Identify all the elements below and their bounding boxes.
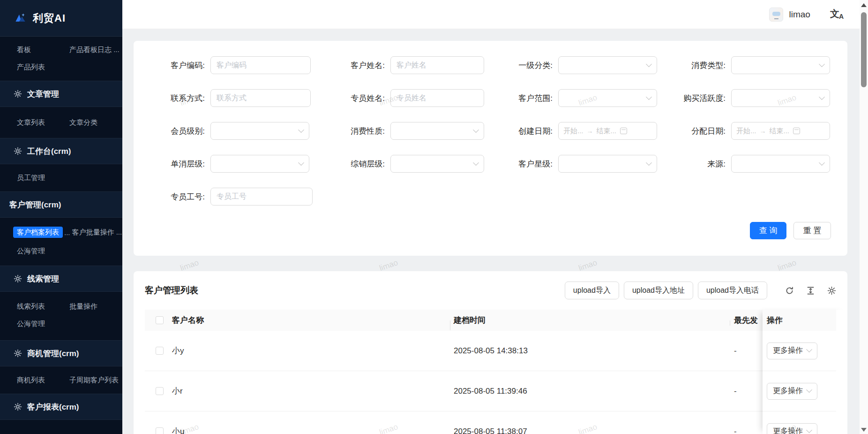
customer-code-input[interactable] xyxy=(210,56,311,74)
more-actions-button[interactable]: 更多操作 xyxy=(767,383,817,400)
gear-icon xyxy=(14,403,22,411)
table-row: 小r 2025-08-05 11:39:46 - xyxy=(145,371,836,411)
chevron-down-icon xyxy=(806,346,812,352)
customer-name-cell: 小y xyxy=(167,345,450,356)
customer-name-input[interactable] xyxy=(390,56,484,74)
app-logo-icon xyxy=(14,12,27,24)
level1-category-select[interactable] xyxy=(558,56,657,74)
more-actions-label: 更多操作 xyxy=(773,346,803,356)
consume-nature-select[interactable] xyxy=(390,122,484,140)
sidebar-section-business[interactable]: 商机管理(crm) xyxy=(0,340,122,366)
sidebar-item-lead-list[interactable]: 线索列表 xyxy=(17,297,69,315)
sidebar-group-article: 文章列表 文章分类 xyxy=(0,107,122,138)
upload-import-address-button[interactable]: upload导入地址 xyxy=(624,282,693,299)
sidebar-section-report[interactable]: 客户报表(crm) xyxy=(0,394,122,420)
chevron-down-icon xyxy=(473,127,479,133)
sidebar-item-product-kanban-log[interactable]: 产品看板日志 ... xyxy=(69,41,122,58)
combined-tier-select[interactable] xyxy=(390,155,484,173)
field-label: 客户范围: xyxy=(507,93,558,104)
source-select[interactable] xyxy=(731,155,830,173)
customer-star-select[interactable] xyxy=(558,155,657,173)
more-actions-button[interactable]: 更多操作 xyxy=(767,343,817,359)
sidebar-item-lead-public-sea[interactable]: 公海管理 xyxy=(17,315,69,332)
field-source: 来源: xyxy=(680,155,830,173)
table-row: 小u 2025-08-05 11:38:07 - xyxy=(145,411,836,434)
range-arrow-icon: → xyxy=(760,127,766,135)
app-logo-row: 利贸AI xyxy=(0,0,122,37)
refresh-icon[interactable] xyxy=(785,286,794,295)
consume-type-select[interactable] xyxy=(731,56,830,74)
table-row: 小y 2025-08-05 14:38:13 - xyxy=(145,331,836,371)
chevron-down-icon xyxy=(298,127,304,133)
create-date-range-picker[interactable]: 开始... → 结束... xyxy=(558,122,657,140)
username[interactable]: limao xyxy=(789,9,810,20)
translate-a-glyph: A xyxy=(839,13,844,20)
upload-import-phone-button[interactable]: upload导入电话 xyxy=(698,282,767,299)
sidebar-item-kanban[interactable]: 看板 xyxy=(17,41,69,58)
scroll-up-arrow-icon[interactable] xyxy=(861,3,867,7)
upload-import-button[interactable]: upload导入 xyxy=(565,282,619,299)
sidebar-section-workbench[interactable]: 工作台(crm) xyxy=(0,138,122,164)
chevron-down-icon xyxy=(819,160,825,166)
sidebar-section-customer[interactable]: 客户管理(crm) xyxy=(0,191,122,218)
member-level-select[interactable] xyxy=(210,122,309,140)
truncation-ellipsis: ... xyxy=(64,228,70,236)
field-label: 客户姓名: xyxy=(333,60,390,71)
specialist-name-input[interactable] xyxy=(390,89,484,107)
select-all-checkbox[interactable] xyxy=(156,316,164,324)
sidebar-section-article[interactable]: 文章管理 xyxy=(0,81,122,107)
sidebar-item-customer-public-sea[interactable]: 公海管理 xyxy=(17,247,45,255)
sidebar-section-label: 线索管理 xyxy=(27,274,59,284)
chevron-down-icon xyxy=(806,427,812,433)
chevron-down-icon xyxy=(646,61,652,67)
query-button[interactable]: 查 询 xyxy=(750,222,786,239)
more-actions-button[interactable]: 更多操作 xyxy=(767,423,817,434)
row-density-icon[interactable] xyxy=(806,286,815,295)
customer-scope-select[interactable] xyxy=(558,89,657,107)
column-header-name: 客户名称 xyxy=(167,315,450,326)
sidebar-item-subcycle-customer-list[interactable]: 子周期客户列表 xyxy=(69,371,122,388)
contact-input[interactable] xyxy=(210,89,311,107)
purchase-activity-select[interactable] xyxy=(731,89,830,107)
specialist-id-input[interactable] xyxy=(210,188,313,206)
sidebar-group-customer: 客户档案列表 ... 客户批量操作 ... 公海管理 xyxy=(0,218,122,266)
row-checkbox[interactable] xyxy=(156,347,164,355)
field-label: 客户编码: xyxy=(162,60,210,71)
field-consume-type: 消费类型: xyxy=(680,56,830,74)
scroll-down-arrow-icon[interactable] xyxy=(861,428,867,432)
chevron-down-icon xyxy=(646,94,652,100)
sidebar-item-biz-list[interactable]: 商机列表 xyxy=(17,371,69,388)
column-header-created-at: 建档时间 xyxy=(450,315,730,326)
sidebar-item-lead-batch-ops[interactable]: 批量操作 xyxy=(69,297,122,315)
scrollbar-thumb[interactable] xyxy=(861,12,867,87)
sidebar-section-label: 客户报表(crm) xyxy=(27,402,79,412)
translate-icon[interactable]: 文A xyxy=(830,9,844,20)
assign-date-range-picker[interactable]: 开始... → 结束... xyxy=(731,122,830,140)
sidebar-item-product-list[interactable]: 产品列表 xyxy=(17,58,69,76)
reset-button[interactable]: 重 置 xyxy=(793,222,831,239)
fixed-action-column: 操作 更多操作 更多操作 更多操作 xyxy=(763,310,847,434)
row-checkbox[interactable] xyxy=(156,427,164,434)
field-specialist-id: 专员工号: xyxy=(162,188,311,206)
vertical-scrollbar[interactable] xyxy=(860,0,868,434)
sidebar-item-customer-archive-list-active[interactable]: 客户档案列表 xyxy=(13,227,63,238)
field-purchase-activity: 购买活跃度: xyxy=(680,89,830,107)
user-avatar[interactable] xyxy=(769,8,783,22)
sidebar-item-customer-batch-ops[interactable]: 客户批量操作 ... xyxy=(72,227,122,238)
single-tier-select[interactable] xyxy=(210,155,309,173)
sidebar-item-article-category[interactable]: 文章分类 xyxy=(69,114,122,131)
gear-icon xyxy=(14,349,22,358)
field-create-date: 创建日期: 开始... → 结束... xyxy=(507,122,657,140)
sidebar-item-article-list[interactable]: 文章列表 xyxy=(17,114,69,131)
sidebar-item-employee-mgmt[interactable]: 员工管理 xyxy=(17,169,69,186)
sidebar-section-leads[interactable]: 线索管理 xyxy=(0,266,122,292)
topbar: limao 文A xyxy=(122,0,860,29)
field-customer-star: 客户星级: xyxy=(507,155,657,173)
sidebar-section-label: 文章管理 xyxy=(27,89,59,99)
column-settings-gear-icon[interactable] xyxy=(827,286,836,295)
sidebar-group-business: 商机列表 子周期客户列表 xyxy=(0,366,122,394)
calendar-icon xyxy=(620,128,627,134)
row-checkbox[interactable] xyxy=(156,387,164,395)
field-single-tier: 单消层级: xyxy=(162,155,311,173)
customer-name-cell: 小u xyxy=(167,426,450,434)
